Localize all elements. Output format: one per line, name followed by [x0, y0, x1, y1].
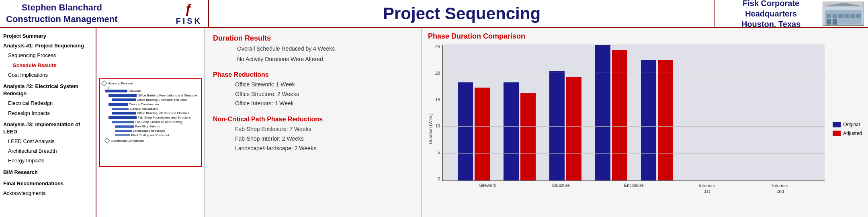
content-area: Duration Results Overall Schedule Reduce… [205, 28, 422, 217]
main-body: Project Summary Analysis #1: Project Seq… [0, 28, 868, 217]
sidebar-item-bim-research[interactable]: BIM Research [0, 168, 96, 177]
sidebar-item-energy-impacts[interactable]: Energy Impacts [0, 156, 96, 166]
y-axis-title: Duration (Wks.) [428, 113, 433, 144]
svg-rect-8 [827, 19, 831, 25]
phase-red-3: Office Interiors: 1 Week [235, 99, 413, 108]
nd-landscape-label: Landscape/Hardscape [133, 129, 165, 133]
phase-red-1: Office Sitework: 1 Week [235, 80, 413, 90]
chart-title: Phase Duration Comparison [428, 32, 862, 41]
chart-legend: Original Adjusted [833, 45, 862, 213]
nd-canopy-label: Canopy Construction [129, 102, 159, 106]
svg-rect-2 [827, 14, 831, 18]
svg-rect-5 [844, 14, 849, 18]
y-label-0: 0 [435, 177, 440, 181]
x-label-interiors2: Interiors2nd [743, 183, 817, 194]
nd-enclosure-label: Office Building Enclosure and Roof [137, 98, 187, 102]
nd-elevator-label: Elevator Installation [130, 107, 158, 111]
nd-fabshop-found-label: Fab-Shop Foundations and Structure [138, 116, 191, 119]
company-name: Stephen Blanchard Construction Managemen… [6, 2, 117, 25]
sidebar-item-electrical-redesign[interactable]: Electrical Redesign [0, 98, 96, 108]
svg-rect-6 [850, 14, 855, 18]
sidebar-item-project-summary[interactable]: Project Summary [0, 31, 96, 41]
fisk-logo: ƒ FISK [176, 2, 202, 26]
sidebar-item-sequencing-process[interactable]: Sequencing Process [0, 51, 96, 60]
sidebar-item-analysis3[interactable]: Analysis #3: Implementation of LEED [0, 120, 96, 137]
legend-adjusted-color [833, 131, 841, 136]
legend-adjusted-label: Adjusted [843, 131, 862, 136]
network-diagram: Notice to Proceed Sitework Office Buildi… [99, 78, 202, 167]
diagram-area: Notice to Proceed Sitework Office Buildi… [96, 28, 205, 217]
sidebar-item-cost-implications[interactable]: Cost Implications [0, 70, 96, 80]
sidebar: Project Summary Analysis #1: Project Seq… [0, 28, 96, 217]
svg-rect-3 [833, 14, 837, 18]
legend-original: Original [833, 122, 862, 127]
y-label-20: 20 [435, 71, 440, 76]
nd-fabshop-enc-label: Fab-Shop Enclosure and Roofing [135, 120, 182, 124]
nd-completion-label: Substantial Completion [111, 139, 144, 143]
svg-marker-10 [823, 2, 864, 6]
svg-rect-7 [856, 14, 861, 18]
phase-reductions-title: Phase Reductions [213, 71, 413, 78]
svg-rect-9 [833, 19, 837, 25]
logo-text: FISK [176, 16, 202, 26]
sidebar-item-analysis2[interactable]: Analysis #2: Electrical System Redesign [0, 82, 96, 98]
x-label-enclosure: Enclosure [597, 183, 670, 194]
building-image [823, 2, 864, 26]
non-crit-3: Landscape/Hardscape: 2 Weeks [235, 144, 413, 154]
header-center: Project Sequencing [209, 0, 715, 27]
x-label-sitework: Sitework [451, 183, 524, 194]
phase-red-2: Office Structure: 2 Weeks [235, 90, 413, 99]
non-crit-1: Fab-Shop Enclosure: 7 Weeks [235, 125, 413, 134]
nd-testing-label: Final Testing and Closeout [131, 133, 169, 137]
y-label-5: 5 [435, 150, 440, 155]
sidebar-item-leed-cost[interactable]: LEED Cost Analysis [0, 137, 96, 146]
non-critical-title: Non-Critical Path Phase Reductions [213, 116, 413, 123]
x-label-interiors1: Interiors1st [670, 183, 743, 194]
header-right: Fisk Corporate Headquarters Houston, Tex… [715, 0, 868, 27]
sidebar-item-analysis1[interactable]: Analysis #1: Project Sequencing [0, 41, 96, 51]
page-title: Project Sequencing [383, 4, 540, 23]
non-crit-2: Fab-Shop Interior: 2 Weeks [235, 134, 413, 144]
legend-original-color [833, 122, 841, 127]
sidebar-item-arch-breadth[interactable]: Architectural Breadth [0, 146, 96, 156]
x-label-structure: Structure [524, 183, 597, 194]
project-location: Fisk Corporate Headquarters Houston, Tex… [719, 0, 823, 29]
sidebar-item-final-recs[interactable]: Final Recommendations [0, 179, 96, 188]
header: Stephen Blanchard Construction Managemen… [0, 0, 868, 28]
duration-line1: Overall Schedule Reduced by 4 Weeks [237, 44, 413, 53]
sidebar-item-schedule-results[interactable]: Schedule Results [0, 61, 96, 70]
duration-line2: No Activity Durations Were Altered [237, 55, 413, 63]
nd-notice-label: Notice to Proceed [108, 82, 133, 85]
nd-sitework-label: Sitework [129, 89, 141, 93]
header-left: Stephen Blanchard Construction Managemen… [0, 0, 209, 27]
sidebar-item-acknowledgments[interactable]: Acknowledgments [0, 188, 96, 198]
y-label-15: 15 [435, 98, 440, 102]
nd-foundations-label: Office Building Foundations and Structur… [138, 94, 197, 97]
y-label-25: 25 [435, 45, 440, 49]
y-label-10: 10 [435, 124, 440, 128]
sidebar-item-redesign-impacts[interactable]: Redesign Impacts [0, 108, 96, 118]
duration-title: Duration Results [213, 34, 413, 43]
nd-fabshop-int-label: Fab-Shop Interior [135, 125, 160, 128]
nd-interiors-label: Office Building Interiors and Finishes [137, 111, 189, 115]
legend-original-label: Original [843, 122, 860, 127]
svg-rect-4 [839, 14, 843, 18]
legend-adjusted: Adjusted [833, 131, 862, 136]
chart-area: Phase Duration Comparison Duration (Wks.… [422, 28, 868, 217]
